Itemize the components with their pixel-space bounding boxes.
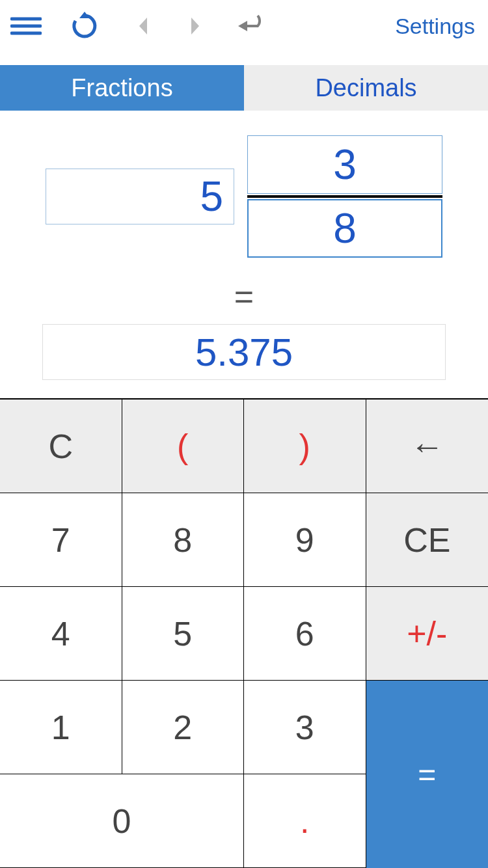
tab-fractions[interactable]: Fractions <box>0 65 244 111</box>
key-8[interactable]: 8 <box>122 493 245 587</box>
reload-icon[interactable] <box>52 0 117 52</box>
fraction-bar <box>247 195 442 198</box>
tab-bar: Fractions Decimals <box>0 65 488 111</box>
whole-number-input[interactable]: 5 <box>46 169 234 224</box>
keypad: C ( ) ← 7 8 9 CE 4 5 6 +/- 1 2 3 = 0 . <box>0 398 488 868</box>
undo-icon[interactable] <box>221 0 286 52</box>
key-4[interactable]: 4 <box>0 587 122 681</box>
tab-decimals[interactable]: Decimals <box>244 65 488 111</box>
fraction-row: 5 3 8 <box>46 135 442 258</box>
key-3[interactable]: 3 <box>244 681 366 774</box>
key-right-paren[interactable]: ) <box>244 400 366 493</box>
key-backspace[interactable]: ← <box>366 400 489 493</box>
key-plus-minus[interactable]: +/- <box>366 587 489 681</box>
key-9[interactable]: 9 <box>244 493 366 587</box>
key-2[interactable]: 2 <box>122 681 245 774</box>
svg-marker-4 <box>139 18 147 34</box>
key-5[interactable]: 5 <box>122 587 245 681</box>
result-output: 5.375 <box>42 324 446 380</box>
denominator-input[interactable]: 8 <box>247 199 442 258</box>
key-6[interactable]: 6 <box>244 587 366 681</box>
display-area: 5 3 8 = 5.375 <box>0 111 488 398</box>
menu-icon[interactable] <box>0 0 52 52</box>
key-clear-entry[interactable]: CE <box>366 493 489 587</box>
key-7[interactable]: 7 <box>0 493 122 587</box>
key-0[interactable]: 0 <box>0 774 244 868</box>
svg-marker-6 <box>238 21 247 31</box>
key-left-paren[interactable]: ( <box>122 400 245 493</box>
fraction-stack: 3 8 <box>247 135 442 258</box>
backspace-icon: ← <box>410 427 444 466</box>
svg-marker-5 <box>191 18 199 34</box>
prev-icon[interactable] <box>117 0 169 52</box>
key-decimal[interactable]: . <box>244 774 366 868</box>
next-icon[interactable] <box>169 0 221 52</box>
settings-link[interactable]: Settings <box>395 0 488 52</box>
equals-label: = <box>234 277 254 316</box>
numerator-input[interactable]: 3 <box>247 135 442 194</box>
toolbar: Settings <box>0 0 488 52</box>
key-1[interactable]: 1 <box>0 681 122 774</box>
key-clear[interactable]: C <box>0 400 122 493</box>
key-equals[interactable]: = <box>366 681 489 868</box>
